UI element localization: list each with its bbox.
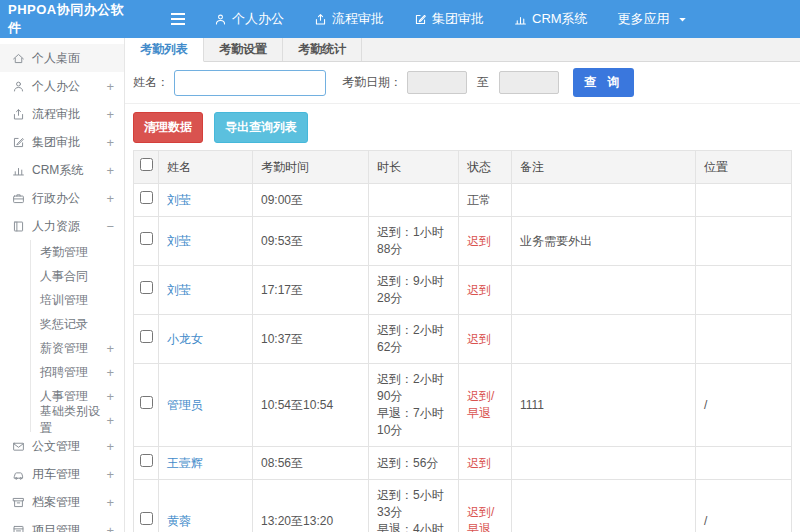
expand-plus-icon[interactable]: + bbox=[106, 107, 114, 122]
tab-考勤设置[interactable]: 考勤设置 bbox=[204, 38, 283, 61]
sidebar-item-用车管理[interactable]: 用车管理+ bbox=[0, 460, 124, 488]
expand-plus-icon[interactable]: + bbox=[106, 467, 114, 482]
employee-name-link[interactable]: 刘莹 bbox=[167, 193, 191, 207]
duration-line: 迟到：2小时62分 bbox=[377, 322, 450, 356]
row-checkbox[interactable] bbox=[140, 330, 153, 343]
row-checkbox[interactable] bbox=[140, 281, 153, 294]
row-checkbox[interactable] bbox=[140, 512, 153, 525]
nav-item-更多应用[interactable]: 更多应用 bbox=[618, 10, 689, 28]
export-list-button[interactable]: 导出查询列表 bbox=[214, 112, 308, 143]
table-row: 管理员10:54至10:54迟到：2小时90分早退：7小时10分迟到/早退111… bbox=[134, 364, 792, 447]
name-field-label: 姓名： bbox=[133, 74, 169, 91]
sidebar-item-流程审批[interactable]: 流程审批+ bbox=[0, 100, 124, 128]
status: 迟到 bbox=[459, 266, 512, 315]
expand-plus-icon[interactable]: + bbox=[106, 413, 114, 428]
sidebar-subitem-考勤管理[interactable]: 考勤管理 bbox=[31, 240, 124, 264]
column-header-位置: 位置 bbox=[696, 151, 792, 184]
duration-line: 迟到：9小时28分 bbox=[377, 273, 450, 307]
expand-plus-icon[interactable]: + bbox=[106, 523, 114, 532]
top-header-bar: PHPOA协同办公软件 个人办公流程审批集团审批CRM系统更多应用 bbox=[0, 0, 800, 38]
expand-plus-icon[interactable]: + bbox=[106, 341, 114, 356]
sidebar-item-个人办公[interactable]: 个人办公+ bbox=[0, 72, 124, 100]
duration-line: 迟到：1小时88分 bbox=[377, 224, 450, 258]
sidebar-subitem-培训管理[interactable]: 培训管理 bbox=[31, 288, 124, 312]
chart-icon bbox=[514, 13, 527, 26]
date-range-to-label: 至 bbox=[477, 74, 489, 91]
duration: 迟到：56分 bbox=[369, 447, 459, 480]
briefcase-icon bbox=[12, 192, 25, 205]
nav-item-流程审批[interactable]: 流程审批 bbox=[314, 10, 384, 28]
row-checkbox[interactable] bbox=[140, 191, 153, 204]
employee-name-link[interactable]: 刘莹 bbox=[167, 283, 191, 297]
tab-考勤统计[interactable]: 考勤统计 bbox=[283, 38, 362, 61]
filter-form: 姓名： 考勤日期： 至 查 询 bbox=[125, 62, 800, 104]
sidebar-item-label: 集团审批 bbox=[32, 134, 80, 151]
date-from-input[interactable] bbox=[407, 71, 467, 94]
sidebar-subitem-人事合同[interactable]: 人事合同 bbox=[31, 264, 124, 288]
employee-name-link[interactable]: 王壹辉 bbox=[167, 456, 203, 470]
attendance-time: 17:17至 bbox=[253, 266, 369, 315]
select-all-checkbox[interactable] bbox=[140, 158, 153, 171]
tab-考勤列表[interactable]: 考勤列表 bbox=[125, 38, 204, 62]
location: / bbox=[696, 364, 792, 447]
name-input[interactable] bbox=[174, 70, 326, 96]
collapse-minus-icon[interactable]: − bbox=[106, 219, 114, 234]
sidebar-item-label: 档案管理 bbox=[32, 494, 80, 511]
expand-plus-icon[interactable]: + bbox=[106, 439, 114, 454]
expand-plus-icon[interactable]: + bbox=[106, 191, 114, 206]
date-to-input[interactable] bbox=[499, 71, 559, 94]
sidebar-item-label: 项目管理 bbox=[32, 522, 80, 532]
sidebar-item-人力资源[interactable]: 人力资源− bbox=[0, 212, 124, 240]
expand-plus-icon[interactable]: + bbox=[106, 365, 114, 380]
table-row: 刘莹17:17至迟到：9小时28分迟到 bbox=[134, 266, 792, 315]
sidebar-item-行政办公[interactable]: 行政办公+ bbox=[0, 184, 124, 212]
tab-bar: 考勤列表考勤设置考勤统计 bbox=[125, 38, 800, 62]
row-checkbox[interactable] bbox=[140, 232, 153, 245]
note: 1111 bbox=[512, 364, 696, 447]
status: 迟到/早退 bbox=[459, 364, 512, 447]
sidebar-toggle-button[interactable] bbox=[170, 12, 186, 26]
sidebar-subitem-薪资管理[interactable]: 薪资管理+ bbox=[31, 336, 124, 360]
sidebar-subitem-label: 薪资管理 bbox=[40, 340, 88, 357]
expand-plus-icon[interactable]: + bbox=[106, 79, 114, 94]
note bbox=[512, 447, 696, 480]
nav-item-CRM系统[interactable]: CRM系统 bbox=[514, 10, 588, 28]
sidebar-item-项目管理[interactable]: 项目管理+ bbox=[0, 516, 124, 532]
expand-plus-icon[interactable]: + bbox=[106, 389, 114, 404]
note bbox=[512, 315, 696, 364]
clean-data-button[interactable]: 清理数据 bbox=[133, 112, 203, 143]
table-row: 王壹辉08:56至迟到：56分迟到 bbox=[134, 447, 792, 480]
location bbox=[696, 447, 792, 480]
sidebar-subitem-奖惩记录[interactable]: 奖惩记录 bbox=[31, 312, 124, 336]
expand-plus-icon[interactable]: + bbox=[106, 135, 114, 150]
duration-line: 迟到：2小时90分 bbox=[377, 371, 450, 405]
row-checkbox[interactable] bbox=[140, 396, 153, 409]
nav-item-个人办公[interactable]: 个人办公 bbox=[214, 10, 284, 28]
column-header-时长: 时长 bbox=[369, 151, 459, 184]
employee-name-link[interactable]: 刘莹 bbox=[167, 234, 191, 248]
search-button[interactable]: 查 询 bbox=[573, 68, 634, 97]
table-row: 黄蓉13:20至13:20迟到：5小时33分早退：4小时67分迟到/早退/ bbox=[134, 480, 792, 532]
nav-item-集团审批[interactable]: 集团审批 bbox=[414, 10, 484, 28]
sidebar-subitem-招聘管理[interactable]: 招聘管理+ bbox=[31, 360, 124, 384]
duration: 迟到：9小时28分 bbox=[369, 266, 459, 315]
duration-line: 早退：4小时67分 bbox=[377, 521, 450, 532]
employee-name-link[interactable]: 小龙女 bbox=[167, 332, 203, 346]
sidebar-item-个人桌面[interactable]: 个人桌面 bbox=[0, 44, 124, 72]
sidebar-item-CRM系统[interactable]: CRM系统+ bbox=[0, 156, 124, 184]
expand-plus-icon[interactable]: + bbox=[106, 163, 114, 178]
employee-name-link[interactable]: 黄蓉 bbox=[167, 514, 191, 528]
sidebar-item-集团审批[interactable]: 集团审批+ bbox=[0, 128, 124, 156]
column-header-状态: 状态 bbox=[459, 151, 512, 184]
sidebar-subitem-label: 培训管理 bbox=[40, 292, 88, 309]
location bbox=[696, 315, 792, 364]
sidebar-subitem-基础类别设置[interactable]: 基础类别设置+ bbox=[31, 408, 124, 432]
header-nav: 个人办公流程审批集团审批CRM系统更多应用 bbox=[214, 10, 719, 28]
expand-plus-icon[interactable]: + bbox=[106, 495, 114, 510]
app-logo: PHPOA协同办公软件 bbox=[0, 1, 125, 37]
row-checkbox[interactable] bbox=[140, 454, 153, 467]
doc-icon bbox=[12, 440, 25, 453]
sidebar-item-档案管理[interactable]: 档案管理+ bbox=[0, 488, 124, 516]
employee-name-link[interactable]: 管理员 bbox=[167, 398, 203, 412]
table-row: 小龙女10:37至迟到：2小时62分迟到 bbox=[134, 315, 792, 364]
